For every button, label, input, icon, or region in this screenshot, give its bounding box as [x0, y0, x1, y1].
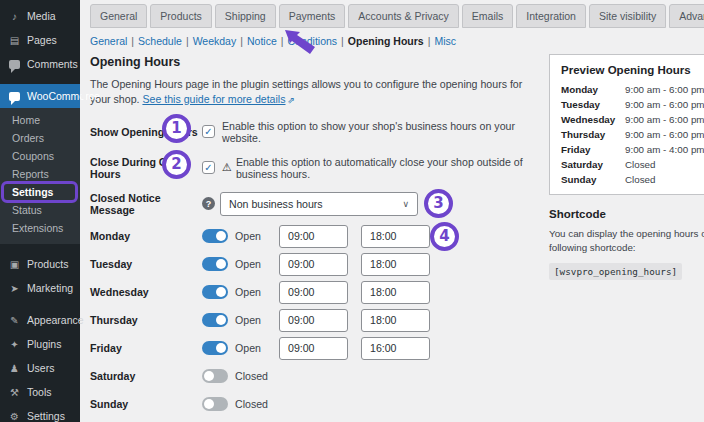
submenu-item-extensions[interactable]: Extensions: [0, 219, 80, 237]
opening-hours-form: Opening Hours The Opening Hours page in …: [90, 51, 543, 422]
day-label: Friday: [90, 342, 202, 354]
preview-sidebar: Preview Opening Hours Monday9:00 am - 6:…: [543, 51, 704, 422]
submenu-item-status[interactable]: Status: [0, 201, 80, 219]
preview-row: Wednesday9:00 am - 6:00 pm: [561, 114, 704, 125]
row-show-opening-hours: Show Opening Hours 1 ✓ Enable this optio…: [90, 120, 543, 144]
monday-start-time[interactable]: [279, 225, 348, 248]
sidebar-item-pages[interactable]: ▤ Pages: [0, 28, 80, 52]
sidebar-item-comments[interactable]: Comments: [0, 52, 80, 76]
subnav-general[interactable]: General: [90, 35, 127, 47]
tab-advanced[interactable]: Advanced: [669, 4, 704, 28]
saturday-toggle[interactable]: [202, 369, 228, 383]
sidebar-item-woocommerce[interactable]: WooCommerce: [0, 84, 80, 108]
select-value: Non business hours: [229, 198, 323, 210]
row-closed-notice: Closed Notice Message ? Non business hou…: [90, 192, 543, 216]
preview-opening-hours-box: Preview Opening Hours Monday9:00 am - 6:…: [549, 54, 704, 195]
sidebar-item-appearance[interactable]: ✎ Appearance: [0, 308, 80, 332]
subnav-misc[interactable]: Misc: [434, 35, 456, 47]
tab-site-visibility[interactable]: Site visibility: [589, 4, 666, 28]
row-close-off-hours: Close During Off-Hours 2 ✓ ⚠ Enable this…: [90, 156, 543, 180]
tab-accounts-privacy[interactable]: Accounts & Privacy: [348, 4, 458, 28]
submenu-item-home[interactable]: Home: [0, 111, 80, 129]
tuesday-end-time[interactable]: [361, 253, 430, 276]
sidebar-item-products[interactable]: ▣ Products: [0, 252, 80, 276]
products-icon: ▣: [8, 259, 21, 270]
tab-general[interactable]: General: [90, 4, 147, 28]
subnav-schedule[interactable]: Schedule: [138, 35, 182, 47]
friday-end-time[interactable]: [361, 337, 430, 360]
wp-admin-screen: ♪ Media ▤ Pages Comments WooCommerce Hom…: [0, 0, 704, 422]
sidebar-item-label: Comments: [27, 58, 78, 70]
submenu-item-coupons[interactable]: Coupons: [0, 147, 80, 165]
friday-start-time[interactable]: [279, 337, 348, 360]
settings-content: General Products Shipping Payments Accou…: [80, 0, 704, 422]
row-friday: Friday Open: [90, 337, 543, 360]
settings-icon: ⚙: [8, 411, 21, 422]
monday-end-time[interactable]: [361, 225, 430, 248]
closed-notice-select[interactable]: Non business hours ∨: [220, 192, 418, 216]
friday-toggle[interactable]: [202, 341, 228, 355]
checkbox-description: Enable this option to automatically clos…: [236, 156, 543, 180]
tab-shipping[interactable]: Shipping: [215, 4, 276, 28]
preview-row: Thursday9:00 am - 6:00 pm: [561, 129, 704, 140]
tab-products[interactable]: Products: [150, 4, 211, 28]
sidebar-item-tools[interactable]: ⚒ Tools: [0, 380, 80, 404]
sidebar-item-label: Appearance: [27, 314, 84, 326]
help-icon[interactable]: ?: [202, 197, 215, 210]
submenu-item-settings[interactable]: Settings: [0, 183, 80, 201]
thursday-toggle[interactable]: [202, 313, 228, 327]
subnav-opening-hours[interactable]: Opening Hours: [348, 35, 424, 47]
sidebar-item-label: Media: [27, 10, 56, 22]
shortcode-description: You can display the opening hours on any…: [549, 227, 704, 255]
tab-emails[interactable]: Emails: [462, 4, 514, 28]
preview-row: Monday9:00 am - 6:00 pm: [561, 84, 704, 95]
wednesday-toggle[interactable]: [202, 285, 228, 299]
sidebar-item-label: WooCommerce: [27, 90, 100, 102]
toggle-state: Open: [235, 342, 271, 354]
sidebar-item-label: Tools: [27, 386, 52, 398]
annotation-step-2: 2: [162, 150, 191, 179]
preview-row: Friday9:00 am - 4:00 pm: [561, 144, 704, 155]
chevron-down-icon: ∨: [402, 199, 409, 209]
warning-icon: ⚠: [222, 161, 232, 174]
toggle-state: Open: [235, 286, 271, 298]
preview-row: SaturdayClosed: [561, 159, 704, 170]
settings-tabs: General Products Shipping Payments Accou…: [90, 4, 704, 28]
sidebar-item-label: Pages: [27, 34, 57, 46]
page-title: Opening Hours: [90, 55, 543, 69]
thursday-start-time[interactable]: [279, 309, 348, 332]
field-label: Closed Notice Message: [90, 192, 202, 216]
thursday-end-time[interactable]: [361, 309, 430, 332]
sidebar-item-media[interactable]: ♪ Media: [0, 4, 80, 28]
tab-integration[interactable]: Integration: [516, 4, 586, 28]
checkbox-description: Enable this option to show your shop's b…: [222, 120, 543, 144]
row-saturday: Saturday Closed: [90, 365, 543, 388]
pages-icon: ▤: [8, 35, 21, 46]
subnav-notice[interactable]: Notice: [247, 35, 277, 47]
marketing-icon: ➤: [8, 283, 21, 294]
sidebar-item-plugins[interactable]: ✦ Plugins: [0, 332, 80, 356]
plugins-icon: ✦: [8, 339, 21, 350]
sunday-toggle[interactable]: [202, 397, 228, 411]
tuesday-start-time[interactable]: [279, 253, 348, 276]
shortcode-title: Shortcode: [549, 208, 704, 220]
tab-payments[interactable]: Payments: [279, 4, 346, 28]
day-label: Sunday: [90, 398, 202, 410]
submenu-item-reports[interactable]: Reports: [0, 165, 80, 183]
sidebar-item-settings[interactable]: ⚙ Settings: [0, 404, 80, 422]
guide-link[interactable]: See this guide for more details: [142, 93, 285, 105]
subnav-weekday[interactable]: Weekday: [193, 35, 237, 47]
tools-icon: ⚒: [8, 387, 21, 398]
close-off-hours-checkbox[interactable]: ✓: [202, 161, 215, 174]
wednesday-end-time[interactable]: [361, 281, 430, 304]
submenu-item-orders[interactable]: Orders: [0, 129, 80, 147]
external-link-icon[interactable]: ⇗: [288, 94, 296, 107]
sidebar-item-users[interactable]: ♟ Users: [0, 356, 80, 380]
preview-row: Tuesday9:00 am - 6:00 pm: [561, 99, 704, 110]
sidebar-item-marketing[interactable]: ➤ Marketing: [0, 276, 80, 300]
monday-toggle[interactable]: [202, 229, 228, 243]
wednesday-start-time[interactable]: [279, 281, 348, 304]
sidebar-item-label: Plugins: [27, 338, 61, 350]
tuesday-toggle[interactable]: [202, 257, 228, 271]
show-opening-hours-checkbox[interactable]: ✓: [202, 125, 215, 138]
